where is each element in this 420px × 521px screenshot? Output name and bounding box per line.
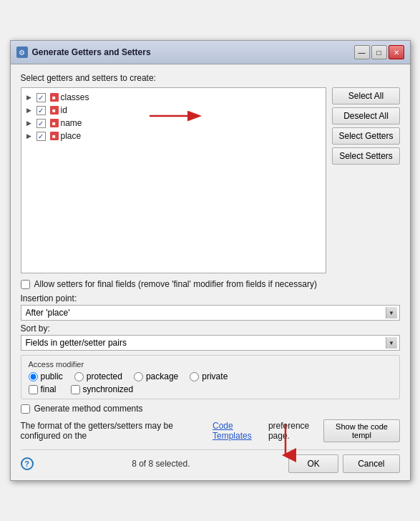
- tree-item-classes[interactable]: ▶ ✓ ■ classes: [21, 91, 326, 104]
- access-modifier-group: Access modifier public protected package…: [21, 355, 400, 399]
- checkbox-id[interactable]: ✓: [36, 106, 46, 115]
- field-icon-place: ■: [50, 132, 59, 140]
- generate-comments-checkbox[interactable]: [21, 404, 30, 414]
- checkbox-place[interactable]: ✓: [36, 132, 46, 141]
- main-content-row: ▶ ✓ ■ classes ▶ ✓ ■ id ▶ ✓: [21, 87, 400, 273]
- code-template-text: The format of the getters/setters may be…: [21, 421, 324, 441]
- radio-public-label: public: [41, 371, 63, 381]
- dialog-icon: ⚙: [16, 47, 28, 58]
- code-template-suffix: preference page.: [268, 421, 324, 441]
- maximize-button[interactable]: □: [371, 45, 387, 59]
- checkbox-classes[interactable]: ✓: [36, 93, 46, 102]
- radio-private[interactable]: private: [190, 371, 228, 381]
- fields-tree[interactable]: ▶ ✓ ■ classes ▶ ✓ ■ id ▶ ✓: [21, 87, 327, 273]
- select-getters-button[interactable]: Select Getters: [332, 127, 399, 145]
- generate-getters-dialog: ⚙ Generate Getters and Setters — □ ✕ Sel…: [10, 40, 411, 481]
- minimize-button[interactable]: —: [354, 45, 370, 59]
- window-controls: — □ ✕: [354, 45, 404, 59]
- radio-public[interactable]: public: [29, 371, 63, 381]
- generate-comments-row: Generate method comments: [21, 404, 400, 414]
- sort-label: Sort by:: [21, 323, 400, 333]
- radio-public-input[interactable]: [29, 372, 38, 381]
- allow-final-label: Allow setters for final fields (remove '…: [34, 279, 317, 289]
- generate-comments-label: Generate method comments: [34, 404, 143, 414]
- title-bar: ⚙ Generate Getters and Setters — □ ✕: [11, 41, 410, 64]
- final-checkbox[interactable]: [29, 385, 38, 394]
- radio-package[interactable]: package: [134, 371, 178, 381]
- select-setters-button[interactable]: Select Setters: [332, 147, 399, 165]
- radio-package-label: package: [146, 371, 178, 381]
- sort-select[interactable]: Fields in getter/setter pairs: [21, 335, 400, 351]
- radio-protected-input[interactable]: [74, 372, 84, 381]
- allow-final-row: Allow setters for final fields (remove '…: [21, 279, 400, 289]
- expand-arrow-place[interactable]: ▶: [24, 131, 34, 141]
- field-icon-name: ■: [50, 119, 59, 127]
- field-icon-id: ■: [50, 106, 59, 115]
- sort-combo-wrapper: Fields in getter/setter pairs ▼: [21, 335, 400, 351]
- tree-panel-wrapper: ▶ ✓ ■ classes ▶ ✓ ■ id ▶ ✓: [21, 87, 327, 273]
- expand-arrow-classes[interactable]: ▶: [24, 92, 34, 102]
- expand-arrow-name[interactable]: ▶: [24, 118, 34, 128]
- side-buttons: Select All Deselect All Select Getters S…: [332, 87, 399, 273]
- select-all-button[interactable]: Select All: [332, 87, 399, 104]
- ok-button[interactable]: OK: [288, 454, 338, 473]
- code-templates-link[interactable]: Code Templates: [213, 421, 265, 441]
- show-template-button[interactable]: Show the code templ: [323, 419, 399, 442]
- dialog-title: Generate Getters and Setters: [32, 47, 350, 57]
- code-template-prefix: The format of the getters/setters may be…: [21, 421, 210, 441]
- deselect-all-button[interactable]: Deselect All: [332, 107, 399, 125]
- insertion-select[interactable]: After 'place': [21, 305, 400, 321]
- tree-item-id[interactable]: ▶ ✓ ■ id: [21, 104, 326, 117]
- tree-item-place[interactable]: ▶ ✓ ■ place: [21, 130, 326, 142]
- access-legend: Access modifier: [29, 360, 392, 369]
- access-radio-row: public protected package private: [29, 371, 392, 381]
- field-icon-classes: ■: [50, 93, 59, 102]
- instruction-label: Select getters and setters to create:: [21, 73, 400, 83]
- close-button[interactable]: ✕: [389, 45, 404, 59]
- expand-arrow-id[interactable]: ▶: [24, 105, 34, 115]
- synchronized-checkbox-item[interactable]: synchronized: [71, 384, 134, 394]
- radio-protected[interactable]: protected: [74, 371, 122, 381]
- insertion-combo-wrapper: After 'place' ▼: [21, 305, 400, 321]
- selected-info: 8 of 8 selected.: [132, 459, 190, 469]
- code-template-row: The format of the getters/setters may be…: [21, 418, 400, 444]
- tree-item-name[interactable]: ▶ ✓ ■ name: [21, 117, 326, 130]
- checkbox-name[interactable]: ✓: [36, 119, 46, 128]
- field-label-id: id: [61, 105, 67, 115]
- bottom-row: ? 8 of 8 selected. OK Cancel: [21, 449, 400, 473]
- bottom-section: ? 8 of 8 selected. OK Cancel: [21, 449, 400, 473]
- sort-row: Sort by: Fields in getter/setter pairs ▼: [21, 323, 400, 351]
- allow-final-checkbox[interactable]: [21, 280, 30, 289]
- insertion-label: Insertion point:: [21, 293, 400, 303]
- field-label-name: name: [61, 118, 82, 128]
- insertion-point-row: Insertion point: After 'place' ▼: [21, 293, 400, 321]
- final-row: final synchronized: [29, 384, 392, 394]
- field-label-place: place: [61, 131, 82, 141]
- radio-private-input[interactable]: [190, 372, 199, 381]
- bottom-buttons: OK Cancel: [288, 454, 399, 473]
- radio-private-label: private: [202, 371, 228, 381]
- synchronized-label: synchronized: [83, 384, 134, 394]
- final-label: final: [41, 384, 57, 394]
- help-icon[interactable]: ?: [21, 457, 34, 470]
- field-label-classes: classes: [61, 92, 89, 102]
- radio-protected-label: protected: [87, 371, 122, 381]
- radio-package-input[interactable]: [134, 372, 143, 381]
- dialog-body: Select getters and setters to create: ▶ …: [11, 64, 410, 480]
- final-checkbox-item[interactable]: final: [29, 384, 57, 394]
- synchronized-checkbox[interactable]: [71, 385, 80, 394]
- cancel-button[interactable]: Cancel: [343, 454, 399, 473]
